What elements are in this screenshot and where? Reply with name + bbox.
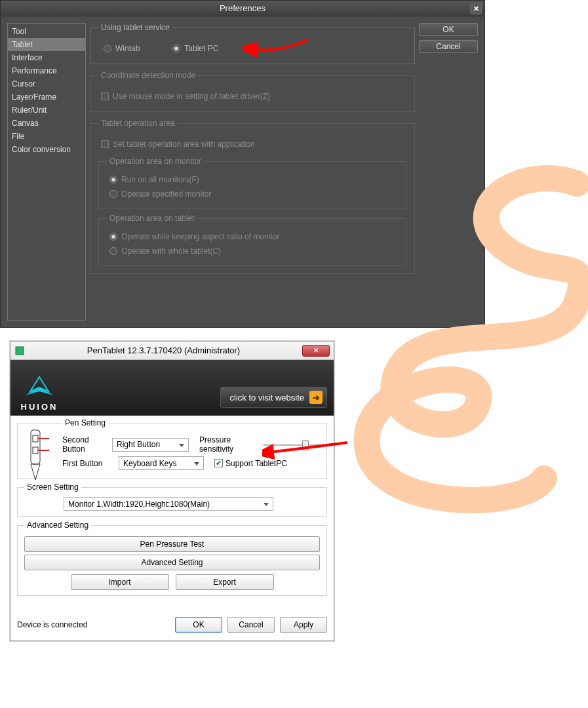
label-pressure: Pressure sensitivity	[199, 435, 258, 454]
radio-whole-tablet: Operate with whole tablet(C)	[109, 246, 221, 256]
preferences-dialog: Preferences ✕ Tool Tablet Interface Perf…	[0, 0, 485, 328]
svg-rect-2	[33, 435, 38, 442]
legend-tablet: Operation area on tablet	[107, 214, 197, 223]
huion-brand: HUION	[21, 402, 58, 412]
checkbox-label: Use mouse mode in setting of tablet driv…	[113, 92, 270, 101]
huion-titlebar: PenTablet 12.3.7.170420 (Administrator) …	[10, 342, 334, 360]
pressure-slider[interactable]	[263, 440, 321, 449]
preferences-main: Using tablet service Wintab Tablet PC Co…	[90, 23, 415, 321]
cancel-button[interactable]: Cancel	[419, 40, 478, 53]
visit-website-label: click to visit website	[230, 393, 304, 403]
radio-label: Wintab	[115, 44, 140, 53]
legend-coord: Coordinate detection mode	[98, 71, 198, 80]
device-status: Device is connected	[17, 620, 87, 629]
radio-tabletpc[interactable]: Tablet PC	[172, 44, 218, 53]
radio-icon	[109, 176, 117, 184]
huion-header: HUION click to visit website ➔	[10, 360, 334, 416]
checkbox-set-area: Set tablet operation area with applicati…	[101, 140, 255, 149]
select-first-button[interactable]: Keyboard Keys	[119, 456, 204, 470]
ok-button[interactable]: OK	[419, 23, 478, 36]
arrow-right-icon: ➔	[309, 391, 323, 404]
visit-website-button[interactable]: click to visit website ➔	[220, 387, 327, 408]
preferences-sidebar: Tool Tablet Interface Performance Cursor…	[7, 23, 86, 321]
radio-icon	[172, 45, 180, 52]
label-second-button: Second Button	[62, 435, 108, 454]
radio-icon	[109, 247, 117, 255]
preferences-titlebar: Preferences ✕	[1, 1, 484, 16]
radio-specified-monitor: Operate specified monitor	[109, 189, 211, 199]
sidebar-item-cursor[interactable]: Cursor	[8, 77, 85, 90]
radio-icon	[109, 233, 117, 241]
sidebar-item-layer-frame[interactable]: Layer/Frame	[8, 90, 85, 104]
sidebar-item-tablet[interactable]: Tablet	[8, 38, 85, 51]
checkbox-label: Support TabletPC	[225, 459, 287, 468]
legend-pen: Pen Setting	[62, 418, 108, 427]
svg-rect-3	[33, 447, 38, 454]
radio-icon	[104, 45, 111, 52]
huion-dialog: PenTablet 12.3.7.170420 (Administrator) …	[10, 341, 334, 641]
group-advanced-setting: Advanced Setting Pen Pressure Test Advan…	[17, 521, 327, 596]
radio-icon	[109, 190, 117, 198]
huion-title: PenTablet 12.3.7.170420 (Administrator)	[25, 345, 302, 355]
close-icon[interactable]: ✕	[470, 3, 482, 14]
sidebar-item-file[interactable]: File	[8, 130, 85, 143]
apply-button[interactable]: Apply	[280, 617, 327, 633]
radio-label: Operate specified monitor	[121, 189, 211, 199]
advanced-setting-button[interactable]: Advanced Setting	[24, 555, 320, 570]
legend-screen: Screen Setting	[24, 482, 81, 492]
checkbox-support-tabletpc[interactable]: Support TabletPC	[214, 459, 287, 468]
checkbox-label: Set tablet operation area with applicati…	[113, 140, 255, 149]
sidebar-item-tool[interactable]: Tool	[8, 25, 85, 38]
app-icon	[14, 345, 25, 356]
preferences-dialog-buttons: OK Cancel	[419, 23, 478, 321]
sidebar-item-ruler-unit[interactable]: Ruler/Unit	[8, 104, 85, 117]
radio-run-all-monitors: Run on all monitors(F)	[109, 175, 199, 184]
ok-button[interactable]: OK	[175, 617, 222, 633]
radio-label: Tablet PC	[184, 44, 218, 53]
radio-wintab[interactable]: Wintab	[104, 44, 140, 53]
group-coordinate-detection: Coordinate detection mode Use mouse mode…	[90, 71, 415, 112]
cancel-button[interactable]: Cancel	[227, 617, 275, 633]
group-area-tablet: Operation area on tablet Operate while k…	[98, 214, 406, 266]
sidebar-item-canvas[interactable]: Canvas	[8, 117, 85, 130]
checkbox-icon	[214, 459, 223, 467]
huion-footer: Device is connected OK Cancel Apply	[10, 608, 334, 640]
close-icon[interactable]: ✕	[302, 345, 330, 357]
group-tablet-service: Using tablet service Wintab Tablet PC	[90, 23, 415, 64]
checkbox-mouse-mode: Use mouse mode in setting of tablet driv…	[101, 92, 270, 101]
group-tablet-operation-area: Tablet operation area Set tablet operati…	[90, 119, 415, 274]
sidebar-item-color-conversion[interactable]: Color conversion	[8, 143, 85, 156]
legend-tablet-service: Using tablet service	[98, 23, 172, 32]
huion-logo-icon: HUION	[20, 374, 59, 412]
radio-keep-aspect: Operate while keeping aspect ratio of mo…	[109, 232, 279, 241]
legend-oparea: Tablet operation area	[98, 119, 178, 128]
radio-label: Operate with whole tablet(C)	[121, 246, 221, 256]
sidebar-item-performance[interactable]: Performance	[8, 64, 85, 77]
select-monitor[interactable]: Monitor 1,Width:1920,Height:1080(Main)	[64, 497, 273, 511]
checkbox-icon	[101, 140, 109, 148]
pen-diagram-icon	[22, 429, 50, 481]
radio-label: Operate while keeping aspect ratio of mo…	[121, 232, 279, 241]
radio-label: Run on all monitors(F)	[121, 175, 199, 184]
import-button[interactable]: Import	[71, 574, 169, 590]
select-second-button[interactable]: Right Button	[112, 438, 189, 452]
legend-monitor: Operation area on monitor	[107, 157, 204, 166]
label-first-button: First Button	[62, 459, 115, 468]
preferences-title: Preferences	[220, 3, 265, 13]
group-area-monitor: Operation area on monitor Run on all mon…	[98, 157, 406, 208]
group-pen-setting: Pen Setting Second Button Right Button P…	[17, 418, 327, 479]
export-button[interactable]: Export	[176, 574, 274, 590]
pen-pressure-test-button[interactable]: Pen Pressure Test	[24, 536, 320, 552]
legend-advanced: Advanced Setting	[24, 521, 91, 530]
sidebar-item-interface[interactable]: Interface	[8, 51, 85, 64]
svg-rect-0	[16, 347, 24, 355]
checkbox-icon	[101, 92, 109, 100]
group-screen-setting: Screen Setting Monitor 1,Width:1920,Heig…	[17, 482, 327, 517]
